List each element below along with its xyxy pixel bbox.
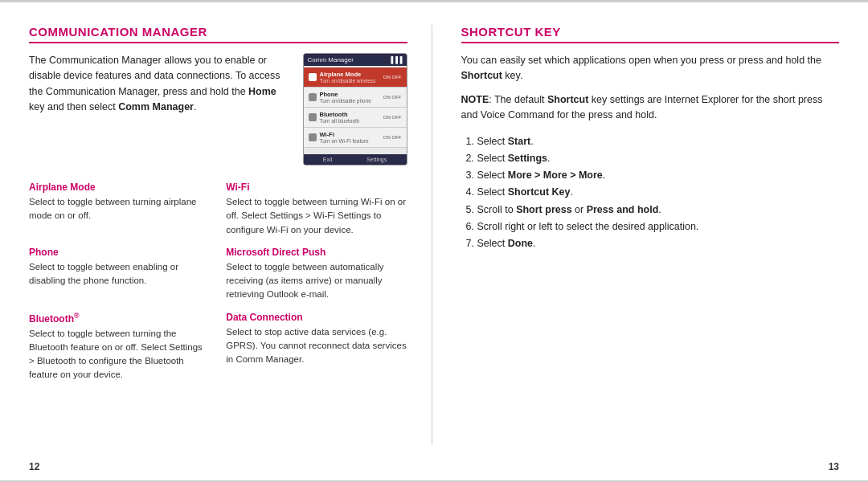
- device-item-bluetooth-sub: Turn all bluetooth: [320, 118, 380, 124]
- device-item-airplane: Airplane Mode Turn on/disable wireless O…: [304, 67, 407, 88]
- shortcut-steps: Select Start. Select Settings. Select Mo…: [461, 133, 840, 253]
- feature-data-connection-desc: Select to stop active data services (e.g…: [226, 325, 407, 367]
- wifi-icon: [309, 133, 317, 141]
- step-2: Select Settings.: [477, 150, 840, 167]
- feature-phone: Phone Select to toggle between enabling …: [29, 247, 210, 302]
- device-item-wifi-text: Wi-Fi Turn on Wi-Fi feature: [320, 131, 380, 144]
- step-6: Scroll right or left to select the desir…: [477, 219, 840, 235]
- device-item-phone-text: Phone Turn on/disable phone: [320, 91, 380, 104]
- page-number-right: 13: [829, 461, 839, 472]
- phone-icon: [309, 93, 317, 101]
- feature-bluetooth-title: Bluetooth®: [29, 312, 210, 325]
- step-4: Select Shortcut Key.: [477, 184, 840, 201]
- device-item-wifi: Wi-Fi Turn on Wi-Fi feature ON OFF: [304, 128, 407, 148]
- comm-intro-text: The Communication Manager allows you to …: [29, 53, 290, 165]
- device-item-bluetooth-text: Bluetooth Turn all bluetooth: [320, 111, 380, 124]
- feature-direct-push-title: Microsoft Direct Push: [226, 247, 407, 258]
- phone-toggle: ON OFF: [383, 95, 402, 100]
- shortcut-intro: You can easily set which applications op…: [461, 53, 840, 84]
- step-5: Scroll to Short press or Press and hold.: [477, 202, 840, 219]
- features-grid: Airplane Mode Select to toggle between t…: [29, 182, 407, 392]
- device-item-phone: Phone Turn on/disable phone ON OFF: [304, 88, 407, 108]
- device-item-bluetooth-title: Bluetooth: [320, 111, 380, 118]
- device-item-airplane-title: Airplane Mode: [320, 71, 380, 78]
- shortcut-note: NOTE: The default Shortcut key settings …: [461, 92, 840, 124]
- device-signal-icon: ▐▐▐: [388, 56, 402, 63]
- feature-bluetooth-desc: Select to toggle between turning the Blu…: [29, 327, 210, 382]
- device-menu-items: Airplane Mode Turn on/disable wireless O…: [304, 66, 407, 154]
- page-numbers: 12 13: [0, 461, 868, 480]
- device-item-wifi-title: Wi-Fi: [320, 131, 380, 138]
- feature-data-connection-title: Data Connection: [226, 312, 407, 323]
- feature-direct-push-desc: Select to toggle between automatically r…: [226, 260, 407, 302]
- airplane-toggle: ON OFF: [383, 75, 402, 80]
- left-column: COMMUNICATION MANAGER The Communication …: [29, 25, 432, 445]
- feature-phone-title: Phone: [29, 247, 210, 258]
- wifi-toggle: ON OFF: [383, 135, 402, 140]
- device-exit-label: Exit: [323, 157, 333, 162]
- feature-data-connection: Data Connection Select to stop active da…: [226, 312, 407, 382]
- device-item-airplane-text: Airplane Mode Turn on/disable wireless: [320, 71, 380, 84]
- feature-direct-push: Microsoft Direct Push Select to toggle b…: [226, 247, 407, 302]
- page-number-left: 12: [29, 461, 39, 472]
- device-item-bluetooth: Bluetooth Turn all bluetooth ON OFF: [304, 108, 407, 128]
- comm-intro: The Communication Manager allows you to …: [29, 53, 407, 165]
- page-container: COMMUNICATION MANAGER The Communication …: [0, 0, 868, 482]
- device-item-wifi-sub: Turn on Wi-Fi feature: [320, 138, 380, 144]
- step-7: Select Done.: [477, 235, 840, 252]
- step-3: Select More > More > More.: [477, 167, 840, 184]
- bluetooth-icon: [309, 113, 317, 121]
- content-area: COMMUNICATION MANAGER The Communication …: [0, 2, 868, 461]
- bluetooth-toggle: ON OFF: [383, 115, 402, 120]
- device-settings-label: Settings: [366, 157, 387, 162]
- airplane-icon: [309, 73, 317, 81]
- device-item-phone-title: Phone: [320, 91, 380, 98]
- device-item-phone-sub: Turn on/disable phone: [320, 98, 380, 104]
- feature-airplane-mode: Airplane Mode Select to toggle between t…: [29, 182, 210, 237]
- feature-wifi: Wi-Fi Select to toggle between turning W…: [226, 182, 407, 237]
- comm-manager-title: COMMUNICATION MANAGER: [29, 25, 407, 43]
- feature-bluetooth: Bluetooth® Select to toggle between turn…: [29, 312, 210, 382]
- device-item-airplane-sub: Turn on/disable wireless: [320, 78, 380, 84]
- device-titlebar: Comm Manager ▐▐▐: [304, 54, 407, 66]
- feature-phone-desc: Select to toggle between enabling or dis…: [29, 260, 210, 288]
- feature-wifi-desc: Select to toggle between turning Wi-Fi o…: [226, 195, 407, 237]
- right-column: SHORTCUT KEY You can easily set which ap…: [432, 25, 840, 445]
- feature-airplane-title: Airplane Mode: [29, 182, 210, 193]
- device-footer: Exit Settings: [304, 154, 407, 165]
- step-1: Select Start.: [477, 133, 840, 150]
- device-title-text: Comm Manager: [308, 56, 354, 63]
- feature-wifi-title: Wi-Fi: [226, 182, 407, 193]
- device-screenshot: Comm Manager ▐▐▐ Airplane Mode Turn on/d…: [303, 53, 407, 165]
- shortcut-key-title: SHORTCUT KEY: [461, 25, 840, 43]
- feature-airplane-desc: Select to toggle between turning airplan…: [29, 195, 210, 223]
